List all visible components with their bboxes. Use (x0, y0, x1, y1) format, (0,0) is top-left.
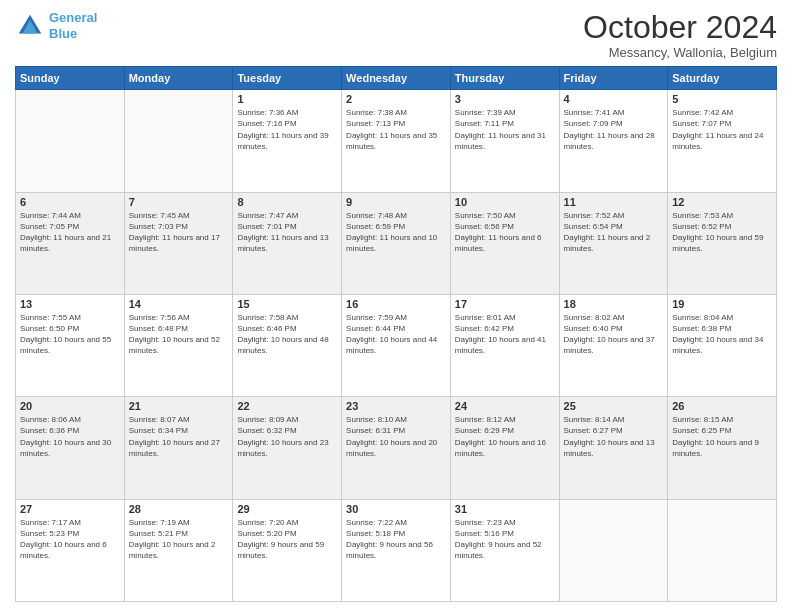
day-number: 10 (455, 196, 555, 208)
calendar-cell: 17Sunrise: 8:01 AMSunset: 6:42 PMDayligh… (450, 294, 559, 396)
day-number: 18 (564, 298, 664, 310)
calendar-cell: 3Sunrise: 7:39 AMSunset: 7:11 PMDaylight… (450, 90, 559, 192)
day-number: 17 (455, 298, 555, 310)
calendar-cell: 10Sunrise: 7:50 AMSunset: 6:56 PMDayligh… (450, 192, 559, 294)
day-number: 9 (346, 196, 446, 208)
calendar-cell (559, 499, 668, 601)
day-number: 22 (237, 400, 337, 412)
weekday-header-wednesday: Wednesday (342, 67, 451, 90)
calendar-cell: 18Sunrise: 8:02 AMSunset: 6:40 PMDayligh… (559, 294, 668, 396)
calendar-cell: 15Sunrise: 7:58 AMSunset: 6:46 PMDayligh… (233, 294, 342, 396)
day-info: Sunrise: 7:53 AMSunset: 6:52 PMDaylight:… (672, 210, 772, 255)
day-number: 3 (455, 93, 555, 105)
day-info: Sunrise: 8:15 AMSunset: 6:25 PMDaylight:… (672, 414, 772, 459)
calendar-cell: 27Sunrise: 7:17 AMSunset: 5:23 PMDayligh… (16, 499, 125, 601)
day-info: Sunrise: 7:22 AMSunset: 5:18 PMDaylight:… (346, 517, 446, 562)
day-number: 12 (672, 196, 772, 208)
weekday-header-saturday: Saturday (668, 67, 777, 90)
calendar-week-row: 6Sunrise: 7:44 AMSunset: 7:05 PMDaylight… (16, 192, 777, 294)
day-info: Sunrise: 7:48 AMSunset: 6:59 PMDaylight:… (346, 210, 446, 255)
day-info: Sunrise: 7:20 AMSunset: 5:20 PMDaylight:… (237, 517, 337, 562)
calendar-cell: 21Sunrise: 8:07 AMSunset: 6:34 PMDayligh… (124, 397, 233, 499)
calendar-cell (16, 90, 125, 192)
day-number: 27 (20, 503, 120, 515)
day-number: 13 (20, 298, 120, 310)
calendar-cell: 26Sunrise: 8:15 AMSunset: 6:25 PMDayligh… (668, 397, 777, 499)
day-info: Sunrise: 8:10 AMSunset: 6:31 PMDaylight:… (346, 414, 446, 459)
logo: General Blue (15, 10, 97, 41)
day-number: 20 (20, 400, 120, 412)
day-info: Sunrise: 8:12 AMSunset: 6:29 PMDaylight:… (455, 414, 555, 459)
calendar-cell: 23Sunrise: 8:10 AMSunset: 6:31 PMDayligh… (342, 397, 451, 499)
day-info: Sunrise: 7:19 AMSunset: 5:21 PMDaylight:… (129, 517, 229, 562)
day-info: Sunrise: 7:44 AMSunset: 7:05 PMDaylight:… (20, 210, 120, 255)
day-info: Sunrise: 8:02 AMSunset: 6:40 PMDaylight:… (564, 312, 664, 357)
weekday-header-friday: Friday (559, 67, 668, 90)
calendar-cell: 8Sunrise: 7:47 AMSunset: 7:01 PMDaylight… (233, 192, 342, 294)
day-info: Sunrise: 7:23 AMSunset: 5:16 PMDaylight:… (455, 517, 555, 562)
logo-icon (15, 11, 45, 41)
day-number: 29 (237, 503, 337, 515)
weekday-header-row: SundayMondayTuesdayWednesdayThursdayFrid… (16, 67, 777, 90)
calendar-week-row: 13Sunrise: 7:55 AMSunset: 6:50 PMDayligh… (16, 294, 777, 396)
day-number: 1 (237, 93, 337, 105)
calendar-week-row: 1Sunrise: 7:36 AMSunset: 7:16 PMDaylight… (16, 90, 777, 192)
calendar-cell: 2Sunrise: 7:38 AMSunset: 7:13 PMDaylight… (342, 90, 451, 192)
day-info: Sunrise: 7:45 AMSunset: 7:03 PMDaylight:… (129, 210, 229, 255)
weekday-header-sunday: Sunday (16, 67, 125, 90)
calendar-cell: 12Sunrise: 7:53 AMSunset: 6:52 PMDayligh… (668, 192, 777, 294)
location: Messancy, Wallonia, Belgium (583, 45, 777, 60)
calendar-cell: 20Sunrise: 8:06 AMSunset: 6:36 PMDayligh… (16, 397, 125, 499)
calendar-table: SundayMondayTuesdayWednesdayThursdayFrid… (15, 66, 777, 602)
day-info: Sunrise: 7:42 AMSunset: 7:07 PMDaylight:… (672, 107, 772, 152)
calendar-cell: 1Sunrise: 7:36 AMSunset: 7:16 PMDaylight… (233, 90, 342, 192)
day-info: Sunrise: 7:52 AMSunset: 6:54 PMDaylight:… (564, 210, 664, 255)
day-number: 4 (564, 93, 664, 105)
day-number: 7 (129, 196, 229, 208)
day-info: Sunrise: 8:14 AMSunset: 6:27 PMDaylight:… (564, 414, 664, 459)
day-number: 25 (564, 400, 664, 412)
calendar-cell (668, 499, 777, 601)
calendar-cell: 9Sunrise: 7:48 AMSunset: 6:59 PMDaylight… (342, 192, 451, 294)
weekday-header-monday: Monday (124, 67, 233, 90)
day-info: Sunrise: 7:41 AMSunset: 7:09 PMDaylight:… (564, 107, 664, 152)
day-number: 2 (346, 93, 446, 105)
logo-line1: General (49, 10, 97, 25)
calendar-cell: 22Sunrise: 8:09 AMSunset: 6:32 PMDayligh… (233, 397, 342, 499)
day-info: Sunrise: 8:07 AMSunset: 6:34 PMDaylight:… (129, 414, 229, 459)
title-area: October 2024 Messancy, Wallonia, Belgium (583, 10, 777, 60)
day-number: 28 (129, 503, 229, 515)
calendar-cell: 25Sunrise: 8:14 AMSunset: 6:27 PMDayligh… (559, 397, 668, 499)
calendar-cell (124, 90, 233, 192)
weekday-header-thursday: Thursday (450, 67, 559, 90)
header: General Blue October 2024 Messancy, Wall… (15, 10, 777, 60)
day-number: 23 (346, 400, 446, 412)
day-number: 19 (672, 298, 772, 310)
day-info: Sunrise: 7:17 AMSunset: 5:23 PMDaylight:… (20, 517, 120, 562)
day-number: 15 (237, 298, 337, 310)
calendar-cell: 31Sunrise: 7:23 AMSunset: 5:16 PMDayligh… (450, 499, 559, 601)
calendar-cell: 19Sunrise: 8:04 AMSunset: 6:38 PMDayligh… (668, 294, 777, 396)
day-info: Sunrise: 7:55 AMSunset: 6:50 PMDaylight:… (20, 312, 120, 357)
day-number: 31 (455, 503, 555, 515)
day-info: Sunrise: 7:39 AMSunset: 7:11 PMDaylight:… (455, 107, 555, 152)
day-info: Sunrise: 8:09 AMSunset: 6:32 PMDaylight:… (237, 414, 337, 459)
day-info: Sunrise: 8:01 AMSunset: 6:42 PMDaylight:… (455, 312, 555, 357)
calendar-cell: 16Sunrise: 7:59 AMSunset: 6:44 PMDayligh… (342, 294, 451, 396)
day-info: Sunrise: 7:59 AMSunset: 6:44 PMDaylight:… (346, 312, 446, 357)
day-number: 16 (346, 298, 446, 310)
calendar-cell: 7Sunrise: 7:45 AMSunset: 7:03 PMDaylight… (124, 192, 233, 294)
day-info: Sunrise: 7:36 AMSunset: 7:16 PMDaylight:… (237, 107, 337, 152)
calendar-cell: 24Sunrise: 8:12 AMSunset: 6:29 PMDayligh… (450, 397, 559, 499)
day-number: 30 (346, 503, 446, 515)
day-number: 11 (564, 196, 664, 208)
weekday-header-tuesday: Tuesday (233, 67, 342, 90)
logo-line2: Blue (49, 26, 77, 41)
calendar-cell: 13Sunrise: 7:55 AMSunset: 6:50 PMDayligh… (16, 294, 125, 396)
calendar-cell: 5Sunrise: 7:42 AMSunset: 7:07 PMDaylight… (668, 90, 777, 192)
calendar-cell: 6Sunrise: 7:44 AMSunset: 7:05 PMDaylight… (16, 192, 125, 294)
calendar-week-row: 20Sunrise: 8:06 AMSunset: 6:36 PMDayligh… (16, 397, 777, 499)
day-number: 5 (672, 93, 772, 105)
day-number: 14 (129, 298, 229, 310)
calendar-cell: 14Sunrise: 7:56 AMSunset: 6:48 PMDayligh… (124, 294, 233, 396)
